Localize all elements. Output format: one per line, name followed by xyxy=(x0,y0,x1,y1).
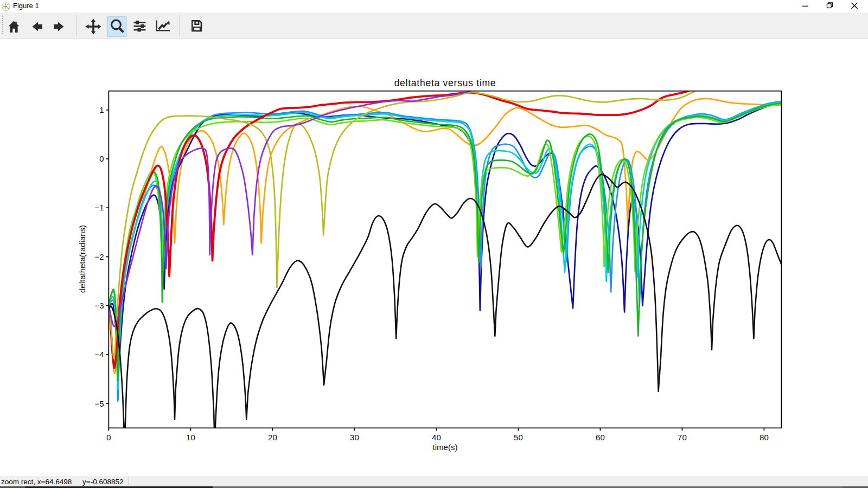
svg-text:deltatheta(radians): deltatheta(radians) xyxy=(78,225,87,293)
svg-text:−2: −2 xyxy=(94,252,104,261)
svg-text:−5: −5 xyxy=(94,399,104,408)
svg-text:80: 80 xyxy=(760,433,769,442)
svg-text:0: 0 xyxy=(106,433,111,442)
svg-text:−3: −3 xyxy=(94,301,104,310)
svg-text:40: 40 xyxy=(432,433,441,442)
svg-text:deltatheta versus time: deltatheta versus time xyxy=(394,78,496,88)
svg-text:time(s): time(s) xyxy=(433,442,458,452)
svg-text:−4: −4 xyxy=(94,350,104,359)
svg-text:10: 10 xyxy=(186,433,195,442)
svg-text:0: 0 xyxy=(99,154,104,163)
svg-text:60: 60 xyxy=(596,433,605,442)
svg-text:30: 30 xyxy=(350,433,359,442)
svg-text:70: 70 xyxy=(678,433,687,442)
svg-text:1: 1 xyxy=(99,105,104,114)
svg-text:−1: −1 xyxy=(94,203,104,212)
svg-text:20: 20 xyxy=(268,433,277,442)
svg-text:50: 50 xyxy=(514,433,523,442)
